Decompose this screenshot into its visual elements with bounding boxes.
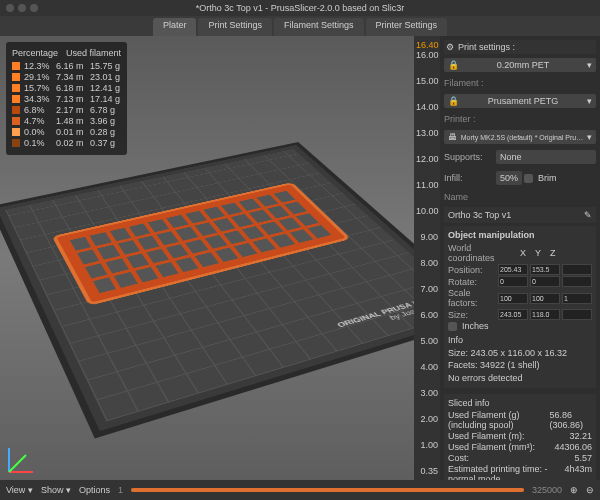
sliced-info-panel: Sliced info Used Filament (g) (including… (444, 394, 596, 480)
rot-x-input[interactable] (498, 276, 528, 287)
infill-dropdown[interactable]: 50% (496, 171, 522, 185)
scale-x-input[interactable] (498, 293, 528, 304)
supports-dropdown[interactable]: None (496, 150, 596, 164)
print-preset-dropdown[interactable]: 🔒0.20mm PET▾ (444, 58, 596, 72)
pos-z-input[interactable] (562, 264, 592, 275)
chevron-down-icon: ▾ (587, 96, 592, 106)
printer-label: Printer : (444, 112, 596, 126)
object-manipulation-panel: Object manipulation World coordinatesX Y… (444, 226, 596, 388)
printer-preset-dropdown[interactable]: 🖶Morty MK2.5S (default) * Original Pru…▾ (444, 130, 596, 144)
lock-icon: 🔒 (448, 60, 459, 70)
filament-label: Filament : (444, 76, 596, 90)
tab-bar: Plater Print Settings Filament Settings … (0, 16, 600, 36)
window-title: *Ortho 3c Top v1 - PrusaSlicer-2.0.0 bas… (196, 3, 404, 13)
bottom-toolbar: View ▾ Show ▾ Options 1 325000 ⊕ ⊖ (0, 480, 600, 500)
3d-viewport[interactable]: PercentageUsed filament 12.3%6.16 m15.75… (0, 36, 440, 480)
tab-printer-settings[interactable]: Printer Settings (366, 18, 448, 36)
tab-plater[interactable]: Plater (153, 18, 197, 36)
remove-icon[interactable]: ⊖ (586, 485, 594, 495)
chevron-down-icon: ▾ (587, 132, 592, 142)
inches-checkbox[interactable] (448, 322, 457, 331)
tab-filament-settings[interactable]: Filament Settings (274, 18, 364, 36)
printer-icon: 🖶 (448, 132, 457, 142)
filament-legend: PercentageUsed filament 12.3%6.16 m15.75… (6, 42, 127, 155)
rot-y-input[interactable] (530, 276, 560, 287)
size-x-input[interactable] (498, 309, 528, 320)
scale-z-input[interactable] (562, 293, 592, 304)
scale-y-input[interactable] (530, 293, 560, 304)
size-z-input[interactable] (562, 309, 592, 320)
info-title: Info (448, 334, 592, 347)
lock-icon: 🔒 (448, 96, 459, 106)
view-dropdown[interactable]: View ▾ (6, 485, 33, 495)
z-ruler[interactable]: 16.40 16.0015.0014.0013.0012.0011.0010.0… (414, 36, 440, 480)
object-list-item[interactable]: Ortho 3c Top v1 ✎ (444, 207, 596, 223)
size-y-input[interactable] (530, 309, 560, 320)
tab-print-settings[interactable]: Print Settings (198, 18, 272, 36)
print-settings-label: Print settings : (458, 42, 515, 52)
options-button[interactable]: Options (79, 485, 110, 495)
add-icon[interactable]: ⊕ (570, 485, 578, 495)
right-panel: ⚙Print settings : 🔒0.20mm PET▾ Filament … (440, 36, 600, 480)
rot-z-input[interactable] (562, 276, 592, 287)
layer-slider[interactable] (131, 488, 524, 492)
pos-x-input[interactable] (498, 264, 528, 275)
show-dropdown[interactable]: Show ▾ (41, 485, 71, 495)
pos-y-input[interactable] (530, 264, 560, 275)
filament-preset-dropdown[interactable]: 🔒Prusament PETG▾ (444, 94, 596, 108)
brim-checkbox[interactable] (524, 174, 533, 183)
chevron-down-icon: ▾ (587, 60, 592, 70)
gear-icon: ⚙ (446, 42, 454, 52)
edit-icon[interactable]: ✎ (584, 210, 592, 220)
